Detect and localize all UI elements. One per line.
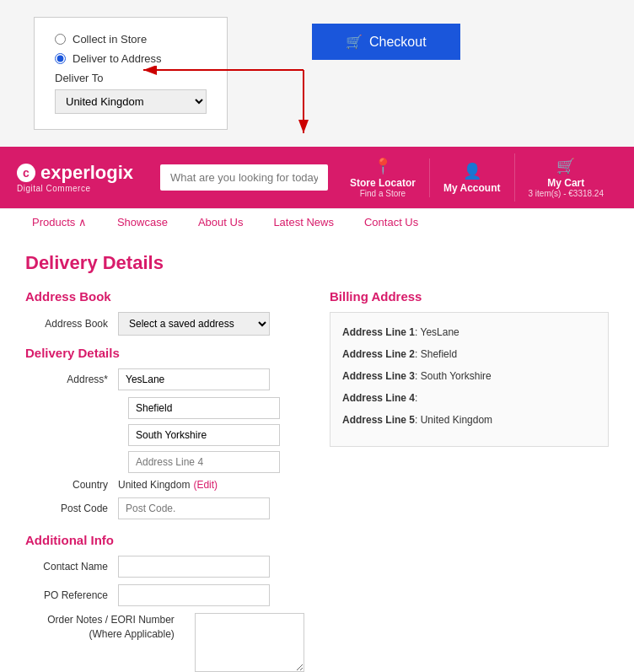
billing-title: Billing Address <box>330 289 609 304</box>
billing-line-5: Address Line 5: United Kingdom <box>342 412 596 427</box>
billing-line5-val: United Kingdom <box>421 414 492 426</box>
logo[interactable]: c experlogix Digital Commerce <box>17 162 152 193</box>
address-line4-row <box>25 451 304 473</box>
po-reference-label: PO Reference <box>25 589 118 601</box>
address-book-select[interactable]: Select a saved address <box>118 312 270 336</box>
my-account-button[interactable]: 👤 My Account <box>429 159 514 197</box>
nav-showcase[interactable]: Showcase <box>102 209 183 235</box>
po-reference-input[interactable] <box>118 584 270 606</box>
address-line1-row: Address* <box>25 368 304 390</box>
order-notes-label: Order Notes / EORI Number (Where Applica… <box>25 613 185 642</box>
contact-name-input[interactable] <box>118 556 270 578</box>
country-row: Country United Kingdom (Edit) <box>25 478 304 491</box>
header-actions: 📍 Store Locator Find a Store 👤 My Accoun… <box>336 153 617 202</box>
edit-country-link[interactable]: (Edit) <box>193 479 218 491</box>
deliver-option-row[interactable]: Deliver to Address <box>55 52 207 65</box>
nav-about[interactable]: About Us <box>183 209 258 235</box>
address-label: Address* <box>25 374 118 385</box>
postcode-label: Post Code <box>25 503 118 514</box>
right-column: Billing Address Address Line 1: YesLane … <box>330 289 609 672</box>
two-column-layout: Address Book Address Book Select a saved… <box>25 289 609 672</box>
billing-line3-val: South Yorkshire <box>421 370 492 382</box>
billing-line-2: Address Line 2: Shefield <box>342 347 596 362</box>
contact-name-row: Contact Name <box>25 556 304 578</box>
billing-line-3: Address Line 3: South Yorkshire <box>342 368 596 384</box>
country-value: United Kingdom <box>118 479 190 491</box>
logo-name: c experlogix <box>17 162 133 184</box>
postcode-input[interactable] <box>118 497 270 519</box>
logo-c-icon: c <box>17 164 35 182</box>
location-icon: 📍 <box>373 157 392 175</box>
billing-line3-key: Address Line 3 <box>342 370 415 382</box>
billing-line1-val: YesLane <box>420 326 459 338</box>
billing-line2-key: Address Line 2 <box>342 348 415 360</box>
additional-info-title: Additional Info <box>25 533 304 547</box>
checkout-area: 🛒 Checkout <box>312 24 460 60</box>
billing-line-4: Address Line 4: <box>342 390 596 406</box>
nav-products[interactable]: Products ∧ <box>17 209 102 235</box>
address-line3-input[interactable] <box>128 424 280 446</box>
deliver-radio[interactable] <box>55 53 66 64</box>
order-notes-row: Order Notes / EORI Number (Where Applica… <box>25 613 304 672</box>
address-book-row: Address Book Select a saved address <box>25 312 304 336</box>
deliver-label: Deliver to Address <box>73 52 162 65</box>
billing-line-1: Address Line 1: YesLane <box>342 325 596 340</box>
nav-contact[interactable]: Contact Us <box>349 209 433 235</box>
billing-address-box: Address Line 1: YesLane Address Line 2: … <box>330 312 609 447</box>
address-line3-row <box>25 424 304 446</box>
billing-line4-key: Address Line 4 <box>342 392 415 404</box>
nav-latest-news[interactable]: Latest News <box>258 209 349 235</box>
cart-header-icon: 🛒 <box>556 157 575 175</box>
address-line1-input[interactable] <box>118 368 270 390</box>
collect-radio[interactable] <box>55 34 66 45</box>
billing-line2-val: Shefield <box>421 348 457 360</box>
search-box[interactable] <box>160 164 328 191</box>
delivery-details-title: Delivery Details <box>25 346 304 360</box>
search-input[interactable] <box>160 164 328 191</box>
address-line2-row <box>25 397 304 419</box>
page-title: Delivery Details <box>25 252 609 274</box>
contact-name-label: Contact Name <box>25 561 118 573</box>
arrow-decoration <box>135 66 320 142</box>
cart-icon: 🛒 <box>346 34 363 50</box>
nav-bar: Products ∧ Showcase About Us Latest News… <box>0 208 634 235</box>
checkout-button[interactable]: 🛒 Checkout <box>312 24 460 60</box>
account-icon: 👤 <box>463 162 481 180</box>
billing-line5-key: Address Line 5 <box>342 414 415 426</box>
address-book-label: Address Book <box>25 318 118 330</box>
address-book-title: Address Book <box>25 289 304 304</box>
country-label: Country <box>25 479 118 491</box>
billing-line1-key: Address Line 1 <box>342 326 415 338</box>
site-header: c experlogix Digital Commerce 📍 Store Lo… <box>0 147 634 235</box>
left-column: Address Book Address Book Select a saved… <box>25 289 304 672</box>
collect-option-row[interactable]: Collect in Store <box>55 33 207 46</box>
store-locator-button[interactable]: 📍 Store Locator Find a Store <box>336 153 429 202</box>
main-content: Delivery Details Address Book Address Bo… <box>0 235 634 672</box>
postcode-row: Post Code <box>25 497 304 519</box>
address-line4-input[interactable] <box>128 451 280 473</box>
po-reference-row: PO Reference <box>25 584 304 606</box>
logo-subtitle: Digital Commerce <box>17 184 90 193</box>
order-notes-textarea[interactable] <box>195 613 304 672</box>
my-cart-button[interactable]: 🛒 My Cart 3 item(s) - €3318.24 <box>514 153 618 202</box>
address-line2-input[interactable] <box>128 397 280 419</box>
collect-label: Collect in Store <box>73 33 147 46</box>
